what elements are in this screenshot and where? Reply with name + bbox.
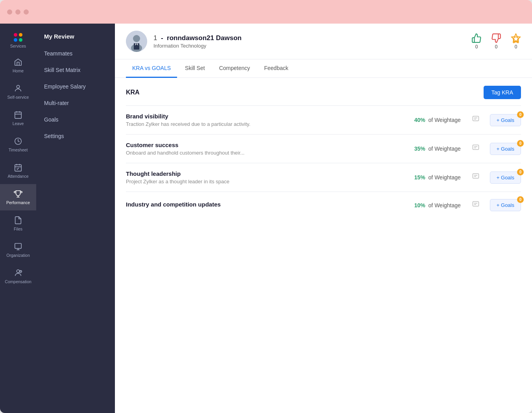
icon-sidebar: Services Home Self-service (0, 24, 36, 413)
titlebar-dot-yellow[interactable] (15, 9, 20, 15)
files-icon (14, 216, 22, 225)
kra-info-thought-leadership: Thought leadership Project Zylker as a t… (126, 170, 392, 184)
thumbs-down-count: 0 (495, 44, 498, 50)
comment-icon-brand-visibility[interactable] (472, 115, 480, 125)
svg-point-14 (133, 35, 140, 42)
avatar (126, 31, 147, 52)
comment-icon-industry-competition[interactable] (472, 201, 480, 210)
leave-icon (14, 111, 22, 119)
avatar-image (126, 31, 147, 52)
tabs-bar: KRA vs GOALS Skill Set Competency Feedba… (115, 59, 532, 78)
profile-number: 1 (153, 34, 157, 42)
main-content: 1 - ronndawson21 Dawson Information Tech… (115, 24, 532, 413)
kra-row-customer-success: Customer success Onboard and handhold cu… (126, 134, 521, 163)
star-rating: 0 (511, 33, 521, 50)
kra-weightage-customer-success: 35% of Weightage (398, 146, 461, 152)
home-icon (14, 58, 22, 66)
goals-btn-wrap-thought-leadership: 0 + Goals (490, 171, 521, 184)
sidebar-item-compensation[interactable]: Compensation (0, 263, 36, 289)
titlebar-dot-red[interactable] (7, 9, 12, 15)
nav-item-skill-set-matrix[interactable]: Skill Set Matrix (36, 62, 115, 78)
goals-button-brand-visibility[interactable]: + Goals (490, 114, 521, 126)
kra-name-customer-success: Customer success (126, 142, 392, 148)
home-label: Home (13, 68, 24, 73)
person-icon (14, 84, 22, 93)
thumbs-down-rating: 0 (491, 33, 501, 50)
kra-weightage-brand-visibility: 40% of Weightage (398, 117, 461, 123)
tab-competency[interactable]: Competency (213, 59, 257, 78)
nav-item-employee-salary[interactable]: Employee Salary (36, 78, 115, 95)
svg-rect-24 (473, 145, 478, 150)
trophy-icon (14, 190, 22, 198)
app-body: Services Home Self-service (0, 24, 532, 413)
nav-item-teammates[interactable]: Teammates (36, 45, 115, 62)
tab-kra-vs-goals[interactable]: KRA vs GOALS (126, 59, 177, 78)
nav-sidebar: My Review Teammates Skill Set Matrix Emp… (36, 24, 115, 413)
kra-row-brand-visibility: Brand visibility Traction Zylker has rec… (126, 105, 521, 134)
sidebar-item-home[interactable]: Home (0, 52, 36, 79)
performance-label: Performance (6, 200, 30, 205)
kra-weightage-label-0: of Weightage (429, 117, 461, 123)
sidebar-item-leave[interactable]: Leave (0, 105, 36, 131)
sidebar-item-performance[interactable]: Performance (0, 184, 36, 210)
sidebar-item-timesheet[interactable]: Timesheet (0, 131, 36, 158)
profile-name: 1 - ronndawson21 Dawson (153, 34, 471, 42)
svg-rect-30 (473, 201, 478, 206)
nav-item-multi-rater[interactable]: Multi-rater (36, 95, 115, 111)
sidebar-item-organization[interactable]: Organization (0, 237, 36, 263)
profile-department: Information Technology (153, 43, 471, 49)
sidebar-item-services[interactable]: Services (0, 28, 36, 52)
kra-row-industry-competition: Industry and competition updates 10% of … (126, 192, 521, 218)
kra-header: KRA Tag KRA (126, 78, 521, 105)
attendance-label: Attendance (7, 174, 28, 179)
kra-pct-brand-visibility: 40% (414, 117, 425, 123)
svg-rect-1 (15, 112, 22, 119)
titlebar-dot-green[interactable] (24, 9, 29, 15)
goals-btn-wrap-customer-success: 0 + Goals (490, 143, 521, 155)
kra-weightage-label-1: of Weightage (429, 146, 461, 152)
comment-icon-customer-success[interactable] (472, 144, 480, 153)
tab-feedback[interactable]: Feedback (258, 59, 294, 78)
self-service-label: Self-service (7, 95, 29, 100)
kra-name-brand-visibility: Brand visibility (126, 113, 392, 120)
thumbs-up-rating: 0 (471, 33, 482, 50)
thumbs-up-icon (471, 33, 482, 43)
sidebar-item-self-service[interactable]: Self-service (0, 79, 36, 105)
kra-pct-thought-leadership: 15% (414, 174, 425, 181)
kra-desc-thought-leadership: Project Zylker as a thought leader in it… (126, 179, 307, 184)
kra-section: KRA Tag KRA Brand visibility Traction Zy… (115, 78, 532, 413)
svg-rect-27 (473, 174, 478, 179)
nav-item-settings[interactable]: Settings (36, 128, 115, 144)
kra-info-brand-visibility: Brand visibility Traction Zylker has rec… (126, 113, 392, 127)
svg-rect-16 (134, 43, 139, 50)
comment-icon-thought-leadership[interactable] (472, 173, 480, 182)
svg-marker-20 (512, 34, 520, 42)
thumbs-down-icon (491, 33, 501, 43)
goals-badge-thought-leadership: 0 (517, 169, 524, 175)
kra-row-thought-leadership: Thought leadership Project Zylker as a t… (126, 163, 521, 192)
compensation-label: Compensation (5, 279, 31, 284)
kra-info-customer-success: Customer success Onboard and handhold cu… (126, 142, 392, 156)
profile-header: 1 - ronndawson21 Dawson Information Tech… (115, 24, 532, 59)
kra-weightage-label-2: of Weightage (429, 174, 461, 181)
timesheet-label: Timesheet (9, 148, 28, 152)
svg-rect-21 (473, 116, 478, 121)
tab-skill-set[interactable]: Skill Set (179, 59, 211, 78)
organization-label: Organization (6, 253, 30, 258)
organization-icon (14, 242, 22, 251)
profile-username: ronndawson21 Dawson (167, 34, 242, 42)
kra-name-thought-leadership: Thought leadership (126, 170, 392, 177)
goals-button-thought-leadership[interactable]: + Goals (490, 171, 521, 184)
kra-weightage-thought-leadership: 15% of Weightage (398, 174, 461, 181)
sidebar-item-attendance[interactable]: Attendance (0, 158, 36, 184)
goals-button-industry-competition[interactable]: + Goals (490, 199, 521, 211)
goals-badge-customer-success: 0 (517, 140, 524, 147)
kra-name-industry-competition: Industry and competition updates (126, 201, 392, 208)
goals-btn-wrap-industry-competition: 0 + Goals (490, 199, 521, 211)
svg-point-11 (17, 270, 19, 273)
goals-button-customer-success[interactable]: + Goals (490, 143, 521, 155)
nav-item-goals[interactable]: Goals (36, 111, 115, 128)
kra-pct-customer-success: 35% (414, 146, 425, 152)
sidebar-item-files[interactable]: Files (0, 210, 36, 237)
tag-kra-button[interactable]: Tag KRA (484, 86, 521, 99)
